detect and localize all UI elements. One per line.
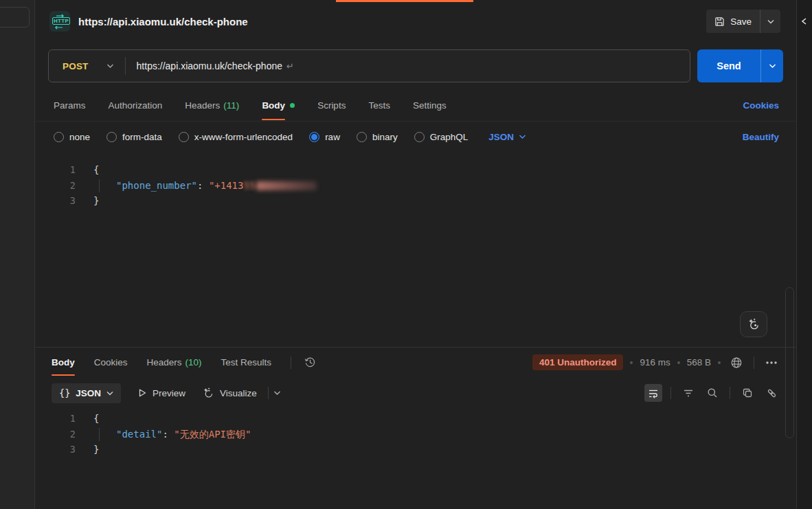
json-value-visible: "+1413: [209, 180, 244, 191]
send-options-caret[interactable]: [760, 49, 783, 82]
request-title-bar: HTTP https://api.xiaomu.uk/check-phone S…: [36, 0, 796, 43]
code-text: "phone_number": "+141355: [93, 178, 317, 194]
request-tabs: Params Authorization Headers(11) Body Sc…: [36, 89, 796, 122]
radio-selected-icon: [309, 132, 319, 142]
tab-tests[interactable]: Tests: [368, 89, 390, 121]
globe-icon: [730, 357, 743, 369]
visualize-button[interactable]: Visualize: [202, 387, 257, 399]
divider: [754, 357, 754, 369]
indent-guide: [99, 179, 100, 192]
radio-form-data[interactable]: form-data: [106, 132, 162, 142]
line-number: 2: [36, 178, 76, 194]
collapse-arrow-icon[interactable]: [801, 18, 807, 25]
response-tab-body[interactable]: Body: [52, 348, 75, 377]
headers-count: (11): [223, 100, 239, 111]
line-number: 2: [36, 427, 76, 442]
divider: [670, 387, 671, 399]
radio-graphql[interactable]: GraphQL: [414, 132, 469, 142]
code-line: 3 }: [36, 442, 796, 457]
url-input[interactable]: https://api.xiaomu.uk/check-phone↵: [126, 60, 294, 71]
clock-history-icon: [304, 357, 316, 368]
json-value-blurred: 55: [243, 180, 255, 191]
send-button[interactable]: Send: [697, 49, 760, 82]
code-line: 1 {: [36, 411, 796, 427]
sidebar-collapsed-tab[interactable]: [0, 7, 30, 27]
radio-icon: [414, 132, 425, 142]
save-icon: [714, 16, 725, 27]
line-number: 1: [36, 162, 76, 178]
copy-icon: [742, 387, 753, 398]
wrap-line-button[interactable]: [644, 384, 662, 402]
save-options-caret[interactable]: [760, 10, 780, 33]
main-panel: HTTP https://api.xiaomu.uk/check-phone S…: [36, 0, 796, 509]
save-button[interactable]: Save: [706, 16, 760, 27]
response-headers-count: (10): [185, 357, 202, 367]
link-icon: [766, 387, 778, 399]
response-header: Body Cookies Headers(10) Test Results 40…: [36, 348, 796, 377]
left-sidebar: [0, 0, 35, 509]
response-toolbar-right: [644, 384, 780, 402]
code-line: 1 {: [36, 162, 796, 178]
request-body-editor[interactable]: 1 { 2 "phone_number": "+141355 3 }: [36, 162, 796, 209]
response-history-button[interactable]: [301, 354, 319, 372]
postbot-button[interactable]: [740, 311, 767, 337]
network-info-button[interactable]: [728, 354, 745, 372]
tab-params[interactable]: Params: [54, 89, 86, 121]
tab-settings[interactable]: Settings: [413, 89, 447, 121]
tab-authorization[interactable]: Authorization: [109, 89, 163, 121]
code-line: 3 }: [36, 193, 796, 209]
status-badge[interactable]: 401 Unauthorized: [532, 354, 624, 370]
beautify-link[interactable]: Beautify: [743, 132, 779, 142]
method-selector[interactable]: POST: [49, 61, 125, 71]
wrap-text-icon: [648, 388, 659, 398]
search-button[interactable]: [703, 384, 721, 402]
request-title: https://api.xiaomu.uk/check-phone: [78, 16, 248, 27]
copy-button[interactable]: [738, 384, 756, 402]
response-tab-headers[interactable]: Headers(10): [147, 348, 202, 377]
line-number: 3: [36, 442, 76, 457]
response-tab-cookies[interactable]: Cookies: [94, 348, 128, 377]
braces-icon: {}: [59, 387, 70, 398]
tab-headers[interactable]: Headers(11): [185, 89, 239, 121]
cookies-link[interactable]: Cookies: [743, 100, 779, 111]
tab-body[interactable]: Body: [262, 89, 295, 121]
body-format-dropdown[interactable]: JSON: [488, 132, 526, 142]
code-line: 2 "detail": "无效的API密钥": [36, 427, 796, 442]
response-toolbar: {} JSON Preview Visualize: [36, 379, 796, 407]
radio-binary[interactable]: binary: [357, 132, 398, 142]
response-format-dropdown[interactable]: {} JSON: [52, 383, 121, 403]
filter-button[interactable]: [679, 384, 697, 402]
response-tab-test-results[interactable]: Test Results: [221, 348, 272, 377]
dot-separator: [630, 361, 633, 364]
ellipsis-icon: [765, 361, 778, 365]
more-formats-caret[interactable]: [269, 384, 286, 402]
radio-none[interactable]: none: [54, 132, 90, 142]
url-input-container: POST https://api.xiaomu.uk/check-phone↵: [48, 49, 690, 82]
line-number: 3: [36, 193, 76, 209]
line-number: 1: [36, 411, 76, 427]
method-label: POST: [63, 61, 89, 71]
dot-separator: [718, 361, 721, 364]
format-label: JSON: [488, 132, 514, 142]
body-type-bar: none form-data x-www-form-urlencoded raw…: [36, 125, 796, 148]
radio-x-www-form-urlencoded[interactable]: x-www-form-urlencoded: [179, 132, 293, 142]
response-time[interactable]: 916 ms: [640, 357, 670, 367]
right-sidebar: [796, 0, 812, 509]
response-body-editor[interactable]: 1 { 2 "detail": "无效的API密钥" 3 }: [36, 411, 796, 457]
url-value: https://api.xiaomu.uk/check-phone: [137, 60, 282, 71]
response-options-button[interactable]: [763, 354, 780, 372]
preview-button[interactable]: Preview: [137, 388, 185, 398]
response-size[interactable]: 568 B: [687, 357, 711, 367]
body-modified-dot: [290, 103, 295, 108]
visualize-sparkle-icon: [202, 387, 214, 399]
code-text: {: [93, 411, 99, 427]
response-tabs: Body Cookies Headers(10) Test Results: [52, 348, 291, 377]
chevron-down-icon: [519, 134, 526, 139]
request-url-row: POST https://api.xiaomu.uk/check-phone↵ …: [36, 49, 796, 82]
dot-separator: [677, 361, 680, 364]
share-link-button[interactable]: [763, 384, 780, 402]
tab-scripts[interactable]: Scripts: [317, 89, 346, 121]
visualize-label: Visualize: [220, 388, 257, 398]
chevron-down-icon: [273, 390, 281, 396]
radio-raw[interactable]: raw: [309, 132, 340, 142]
